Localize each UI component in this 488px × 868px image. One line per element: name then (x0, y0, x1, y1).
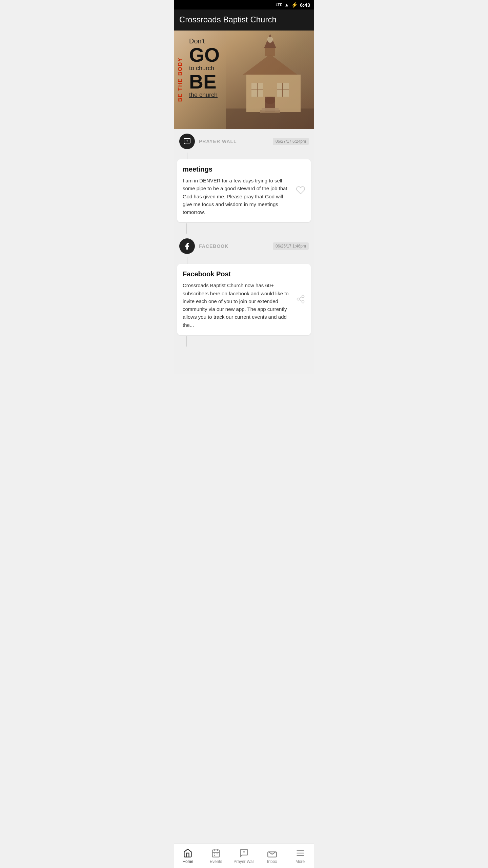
hero-be-the-body: BE THE BODY (177, 31, 183, 129)
svg-text:✝: ✝ (186, 140, 188, 143)
feed-header-prayer: ✝ PRAYER WALL 06/27/17 6:24pm (174, 129, 314, 153)
svg-rect-6 (267, 37, 273, 43)
svg-line-21 (299, 299, 302, 301)
hero-banner: BE THE BODY Don't GO to church BE the ch… (174, 31, 314, 129)
feed-section-facebook: FACEBOOK 06/25/17 1:46pm Facebook Post C… (174, 222, 314, 347)
svg-line-22 (299, 297, 302, 298)
timeline-line-1 (187, 153, 187, 159)
prayer-wall-card[interactable]: meetings I am in DENVER for a few days t… (177, 159, 311, 222)
facebook-source: FACEBOOK (199, 243, 269, 249)
share-icon[interactable] (296, 294, 305, 304)
facebook-card-title: Facebook Post (183, 270, 305, 278)
feed-header-facebook: FACEBOOK 06/25/17 1:46pm (174, 234, 314, 257)
prayer-wall-source: PRAYER WALL (199, 139, 269, 144)
facebook-card[interactable]: Facebook Post Crossroads Baptist Church … (177, 264, 311, 335)
app-title: Crossroads Baptist Church (179, 15, 277, 24)
clock: 6:43 (300, 2, 310, 8)
svg-rect-15 (260, 110, 280, 113)
prayer-card-heart-action[interactable] (296, 185, 305, 196)
svg-point-19 (297, 298, 300, 300)
hero-the-church: the church (189, 92, 220, 99)
hero-main-text: Don't GO to church BE the church (189, 37, 220, 99)
prayer-card-title: meetings (183, 165, 305, 173)
facebook-icon (183, 242, 191, 250)
prayer-wall-icon-circle: ✝ (179, 134, 195, 149)
feed: ✝ PRAYER WALL 06/27/17 6:24pm meetings I… (174, 129, 314, 374)
battery-icon: ⚡ (291, 2, 298, 8)
prayer-icon: ✝ (183, 137, 191, 145)
svg-rect-8 (265, 97, 275, 104)
facebook-timestamp: 06/25/17 1:46pm (273, 242, 309, 250)
svg-point-18 (302, 295, 304, 297)
facebook-icon-circle (179, 238, 195, 254)
prayer-wall-timestamp: 06/27/17 6:24pm (273, 138, 309, 145)
timeline-connector-2 (186, 336, 187, 347)
timeline-connector-1 (186, 223, 187, 234)
svg-rect-16 (262, 108, 279, 111)
svg-point-20 (302, 300, 304, 303)
hero-be: BE (189, 72, 220, 92)
status-bar: LTE ▲ ⚡ 6:43 (174, 0, 314, 9)
hero-go: GO (189, 45, 220, 65)
svg-rect-4 (265, 47, 275, 56)
facebook-card-body: Crossroads Baptist Church now has 60+ su… (183, 281, 305, 329)
timeline-line-2 (187, 257, 187, 264)
church-illustration (226, 31, 314, 129)
lte-indicator: LTE (276, 3, 282, 7)
heart-icon[interactable] (296, 185, 305, 195)
facebook-card-share-action[interactable] (296, 294, 305, 305)
feed-section-prayer: ✝ PRAYER WALL 06/27/17 6:24pm meetings I… (174, 129, 314, 222)
signal-icon: ▲ (284, 2, 289, 7)
prayer-card-body: I am in DENVER for a few days trying to … (183, 177, 305, 216)
app-header: Crossroads Baptist Church (174, 9, 314, 31)
